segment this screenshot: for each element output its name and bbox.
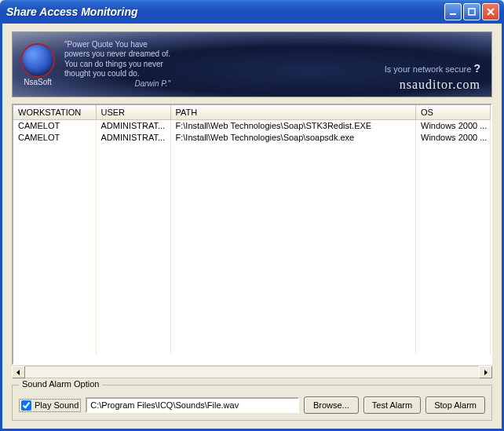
cell-workstation: [13, 320, 96, 331]
grid[interactable]: WORKSTATION USER PATH OS CAMELOTADMINIST…: [12, 104, 492, 365]
cell-user: [96, 190, 170, 202]
cell-workstation: [13, 190, 96, 202]
cell-path: [170, 331, 416, 343]
cell-path: [170, 272, 416, 284]
table-row: [13, 320, 491, 331]
cell-workstation: CAMELOT: [13, 131, 96, 143]
cell-user: [96, 143, 170, 155]
cell-user: [96, 261, 170, 272]
header-row: WORKSTATION USER PATH OS: [13, 105, 491, 119]
cell-user: [96, 166, 170, 178]
brand-name: NsaSoft: [24, 78, 52, 86]
cell-path: [170, 214, 416, 225]
window-title: Share Access Monitoring: [6, 5, 444, 18]
banner: NsaSoft "Power Quote You have powers you…: [12, 31, 492, 97]
cell-user: ADMINISTRAT...: [96, 119, 170, 131]
cell-path: F:\Install\Web Technologies\Soap\soapsdk…: [170, 131, 416, 143]
minimize-button[interactable]: [444, 3, 462, 20]
tagline-qmark: ?: [473, 62, 480, 75]
cell-user: [96, 331, 170, 343]
table-row: [13, 331, 491, 343]
cell-path: [170, 155, 416, 166]
cell-os: [416, 166, 491, 178]
col-path[interactable]: PATH: [170, 105, 416, 119]
svg-rect-0: [450, 13, 456, 15]
cell-user: [96, 308, 170, 320]
col-user[interactable]: USER: [96, 105, 170, 119]
data-table: WORKSTATION USER PATH OS CAMELOTADMINIST…: [13, 105, 491, 355]
cell-os: [416, 225, 491, 237]
client-area: NsaSoft "Power Quote You have powers you…: [0, 24, 504, 431]
cell-os: [416, 214, 491, 225]
test-alarm-button[interactable]: Test Alarm: [363, 396, 421, 414]
scrollbar-track[interactable]: [25, 366, 479, 378]
table-row: [13, 272, 491, 284]
sound-path-input[interactable]: [86, 397, 299, 413]
table-row: [13, 166, 491, 178]
cell-path: [170, 225, 416, 237]
quote-line: "Power Quote You have: [64, 40, 170, 50]
table-row: [13, 190, 491, 202]
cell-workstation: [13, 237, 96, 249]
grid-container: WORKSTATION USER PATH OS CAMELOTADMINIST…: [12, 104, 492, 378]
maximize-icon: [468, 8, 476, 16]
cell-workstation: [13, 249, 96, 261]
cell-os: [416, 284, 491, 296]
cell-path: [170, 249, 416, 261]
cell-path: [170, 190, 416, 202]
quote-line: powers you never dreamed of.: [64, 49, 170, 60]
cell-user: [96, 202, 170, 214]
cell-workstation: [13, 214, 96, 225]
table-row: [13, 225, 491, 237]
globe-logo-icon: [20, 43, 55, 78]
quote-line: You can do things you never: [64, 60, 170, 70]
sound-alarm-groupbox: Sound Alarm Option Play Sound Browse... …: [12, 385, 492, 421]
table-row[interactable]: CAMELOTADMINISTRAT...F:\Install\Web Tech…: [13, 119, 491, 131]
table-row: [13, 284, 491, 296]
scroll-left-button[interactable]: [12, 366, 25, 378]
groupbox-legend: Sound Alarm Option: [19, 379, 102, 389]
cell-user: [96, 320, 170, 331]
cell-user: [96, 237, 170, 249]
table-row[interactable]: CAMELOTADMINISTRAT...F:\Install\Web Tech…: [13, 131, 491, 143]
cell-user: [96, 343, 170, 355]
svg-rect-1: [469, 9, 475, 15]
cell-os: [416, 190, 491, 202]
cell-user: ADMINISTRAT...: [96, 131, 170, 143]
minimize-icon: [449, 8, 457, 16]
horizontal-scrollbar[interactable]: [12, 365, 492, 378]
close-button[interactable]: [482, 3, 499, 20]
cell-os: [416, 343, 491, 355]
cell-user: [96, 225, 170, 237]
stop-alarm-button[interactable]: Stop Alarm: [425, 396, 485, 414]
play-sound-checkbox-wrap[interactable]: Play Sound: [19, 399, 81, 412]
chevron-right-icon: [483, 370, 488, 375]
window-controls: [444, 3, 499, 20]
table-body: CAMELOTADMINISTRAT...F:\Install\Web Tech…: [13, 119, 491, 355]
chevron-left-icon: [16, 370, 21, 375]
cell-path: F:\Install\Web Technologies\Soap\STK3Red…: [170, 119, 416, 131]
titlebar[interactable]: Share Access Monitoring: [0, 0, 504, 24]
col-os[interactable]: OS: [416, 105, 491, 119]
cell-workstation: [13, 331, 96, 343]
browse-button[interactable]: Browse...: [304, 396, 359, 414]
cell-path: [170, 143, 416, 155]
cell-os: [416, 143, 491, 155]
cell-os: [416, 155, 491, 166]
maximize-button[interactable]: [463, 3, 480, 20]
cell-workstation: [13, 284, 96, 296]
play-sound-checkbox[interactable]: [21, 400, 31, 411]
cell-os: [416, 261, 491, 272]
cell-path: [170, 320, 416, 331]
cell-workstation: [13, 143, 96, 155]
scroll-right-button[interactable]: [479, 366, 492, 378]
cell-workstation: [13, 308, 96, 320]
cell-user: [96, 249, 170, 261]
col-workstation[interactable]: WORKSTATION: [13, 105, 96, 119]
cell-workstation: CAMELOT: [13, 119, 96, 131]
cell-path: [170, 296, 416, 308]
cell-user: [96, 272, 170, 284]
cell-workstation: [13, 261, 96, 272]
cell-path: [170, 166, 416, 178]
brand-url: nsauditor.com: [385, 78, 480, 92]
